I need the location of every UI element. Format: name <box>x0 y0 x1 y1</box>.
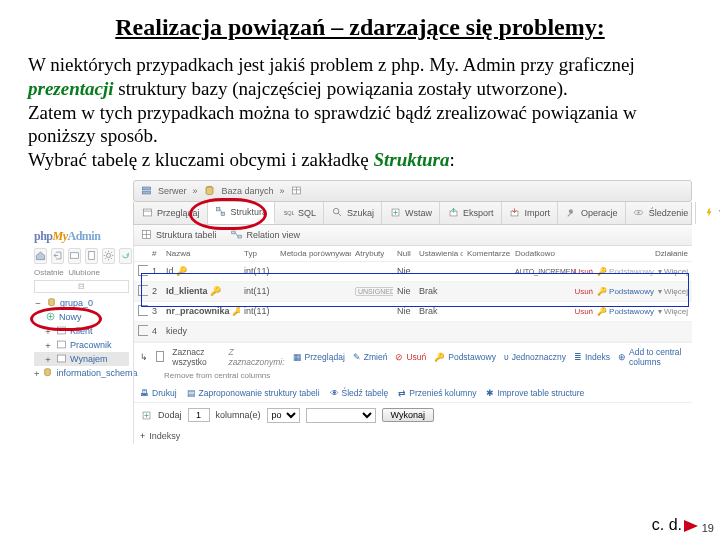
svg-rect-21 <box>70 253 78 259</box>
tab-browse[interactable]: Przeglądaj <box>134 202 208 224</box>
arrow-right-icon <box>684 520 698 532</box>
logout-icon[interactable] <box>51 248 64 264</box>
tab-triggers[interactable]: Wyzwalacze <box>696 202 720 224</box>
sb-item-label: information_schema <box>56 368 137 378</box>
tab-structure[interactable]: Struktura <box>208 202 276 224</box>
footer-cd: c. d. <box>652 516 698 534</box>
add-column-icon <box>140 409 152 421</box>
bulk-actions-row2: Remove from central columns <box>134 371 692 384</box>
th-collation[interactable]: Metoda porównywania napisów <box>276 246 351 262</box>
th-action[interactable]: Działanie <box>575 246 692 262</box>
add-go-button[interactable]: Wykonaj <box>382 408 434 422</box>
check-all-label[interactable]: Zaznacz wszystko <box>172 347 220 367</box>
tab-sql[interactable]: SQLSQL <box>275 202 324 224</box>
server-icon <box>140 185 152 197</box>
row-checkbox[interactable] <box>138 285 148 296</box>
action-more[interactable]: ▾ Więcej <box>658 307 688 316</box>
docs-icon[interactable] <box>85 248 98 264</box>
tab-ops[interactable]: Operacje <box>558 202 626 224</box>
wrench-icon <box>565 207 577 219</box>
cell-name: kiedy <box>162 321 240 341</box>
tool-propose[interactable]: ▤ Zaproponowanie struktury tabeli <box>187 388 320 398</box>
bulk-browse[interactable]: ▦ Przeglądaj <box>293 352 345 362</box>
check-all[interactable] <box>156 351 164 362</box>
tab-structure-label: Struktura <box>231 207 268 217</box>
home-icon[interactable] <box>34 248 47 264</box>
sb-recent[interactable]: Ostatnie <box>34 268 64 277</box>
bulk-change[interactable]: ✎ Zmień <box>353 352 388 362</box>
add-after-column-select[interactable] <box>306 408 376 423</box>
tool-improve[interactable]: ✱ Improve table structure <box>486 388 584 398</box>
tab-insert[interactable]: Wstaw <box>382 202 440 224</box>
svg-rect-28 <box>57 327 65 334</box>
bulk-drop[interactable]: ⊘ Usuń <box>395 352 426 362</box>
sidebar-toolbar <box>34 248 129 264</box>
th-attrs[interactable]: Atrybuty <box>351 246 393 262</box>
bulk-primary[interactable]: 🔑 Podstawowy <box>434 352 496 362</box>
relation-icon <box>231 229 243 241</box>
action-primary[interactable]: 🔑 Podstawowy <box>597 267 654 276</box>
tab-import[interactable]: Import <box>502 202 559 224</box>
breadcrumb-bar: Serwer » Baza danych » <box>133 180 692 202</box>
th-name[interactable]: Nazwa <box>162 246 240 262</box>
action-drop[interactable]: ⊘ Usuń <box>575 267 593 276</box>
bulk-index[interactable]: ≣ Indeks <box>574 352 610 362</box>
th-type[interactable]: Typ <box>240 246 276 262</box>
bc-db[interactable]: Baza danych <box>222 186 274 196</box>
tool-move[interactable]: ⇄ Przenieś kolumny <box>398 388 476 398</box>
action-primary[interactable]: 🔑 Podstawowy <box>597 307 654 316</box>
sidebar-item-new[interactable]: Nowy <box>34 310 129 324</box>
action-more[interactable]: ▾ Więcej <box>658 287 688 296</box>
subtab-relation-view[interactable]: Relation view <box>231 229 301 241</box>
subtab-table-structure[interactable]: Struktura tabeli <box>140 229 217 241</box>
th-comments[interactable]: Komentarze <box>463 246 511 262</box>
gear-icon[interactable] <box>102 248 115 264</box>
sb-fav[interactable]: Ulubione <box>68 268 100 277</box>
tool-print[interactable]: 🖶 Drukuj <box>140 388 177 398</box>
columns-table: # Nazwa Typ Metoda porównywania napisów … <box>134 246 692 342</box>
tool-track[interactable]: 👁 Śledź tabelę <box>330 388 389 398</box>
bulk-remove-central[interactable]: Remove from central columns <box>164 371 270 380</box>
add-position-select[interactable]: po <box>267 408 300 423</box>
import-icon <box>509 207 521 219</box>
row-checkbox[interactable] <box>138 265 148 276</box>
sidebar-item-klient[interactable]: +Klient <box>34 324 129 338</box>
sb-collapse-icon[interactable]: ⊟ <box>34 280 129 293</box>
row-checkbox[interactable] <box>138 325 148 336</box>
table-icon <box>55 353 67 365</box>
tab-search[interactable]: Szukaj <box>324 202 382 224</box>
bulk-add-central[interactable]: ⊕ Add to central columns <box>618 347 686 367</box>
tab-export-label: Eksport <box>463 208 494 218</box>
tab-track[interactable]: Śledzenie <box>626 202 697 224</box>
action-primary[interactable]: 🔑 Podstawowy <box>597 287 654 296</box>
th-default[interactable]: Ustawienia domyślne <box>415 246 463 262</box>
th-extra[interactable]: Dodatkowo <box>511 246 575 262</box>
add-after-label: kolumna(e) <box>216 410 261 420</box>
indexes-section[interactable]: +Indeksy <box>134 428 692 444</box>
browse-icon <box>141 207 153 219</box>
main-panel: Struktura tabeli Relation view # Nazwa T… <box>133 225 692 444</box>
action-more[interactable]: ▾ Więcej <box>658 267 688 276</box>
slide-title: Realizacja powiązań – zdarzające się pro… <box>28 14 692 41</box>
reload-icon[interactable] <box>119 248 132 264</box>
sql-icon: SQL <box>282 207 294 219</box>
sidebar-item-infoschema[interactable]: +information_schema <box>34 366 129 380</box>
action-drop[interactable]: ⊘ Usuń <box>575 307 593 316</box>
action-drop[interactable]: ⊘ Usuń <box>575 287 593 296</box>
th-null[interactable]: Null <box>393 246 415 262</box>
th-num[interactable]: # <box>148 246 162 262</box>
sidebar-item-db[interactable]: −grupa_0 <box>34 296 129 310</box>
add-count-input[interactable] <box>188 408 210 422</box>
tab-export[interactable]: Eksport <box>440 202 502 224</box>
sidebar-item-pracownik[interactable]: +Pracownik <box>34 338 129 352</box>
sidebar-item-wynajem[interactable]: +Wynajem <box>34 352 129 366</box>
database-icon <box>204 185 216 197</box>
bc-server[interactable]: Serwer <box>158 186 187 196</box>
svg-point-20 <box>638 212 640 214</box>
sb-item-label: Klient <box>70 326 93 336</box>
para3-em: Struktura <box>373 149 449 170</box>
bulk-unique[interactable]: υ Jednoznaczny <box>504 352 566 362</box>
sql-icon-sb[interactable] <box>68 248 81 264</box>
database-icon <box>42 367 53 379</box>
row-checkbox[interactable] <box>138 305 148 316</box>
